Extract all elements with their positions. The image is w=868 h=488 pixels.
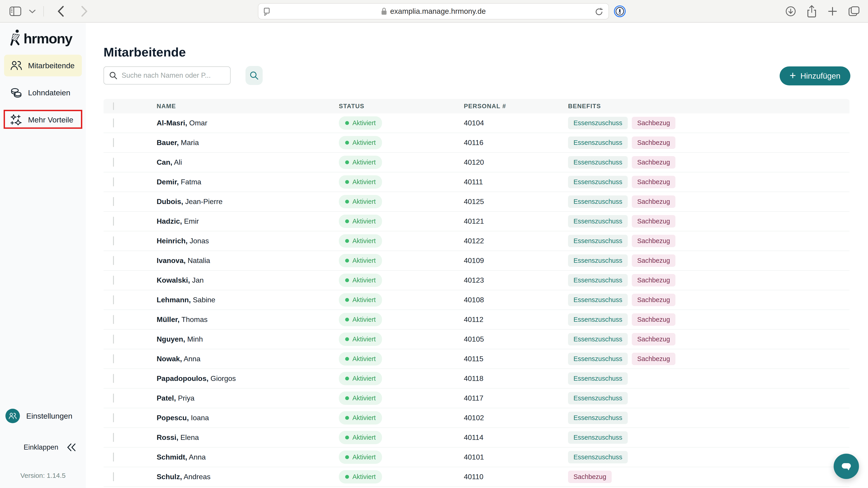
row-checkbox[interactable] bbox=[113, 315, 114, 324]
table-row[interactable]: Popescu, Ioana Aktiviert 40102 Essenszus… bbox=[103, 408, 849, 428]
sidebar-item-einstellungen[interactable]: Einstellungen bbox=[5, 409, 72, 423]
status-dot-icon bbox=[345, 357, 349, 361]
status-badge: Aktiviert bbox=[339, 293, 382, 306]
benefit-badge: Essenszuschuss bbox=[568, 412, 628, 424]
select-all-checkbox[interactable] bbox=[113, 102, 114, 110]
benefit-badge: Essenszuschuss bbox=[568, 431, 628, 444]
status-badge: Aktiviert bbox=[339, 116, 382, 130]
version-text: Version: 1.14.5 bbox=[0, 472, 86, 480]
table-row[interactable]: Nguyen, Minh Aktiviert 40105 Essenszusch… bbox=[103, 330, 849, 349]
row-checkbox[interactable] bbox=[113, 394, 114, 402]
reload-icon[interactable] bbox=[594, 7, 603, 16]
row-checkbox[interactable] bbox=[113, 197, 114, 206]
table-row[interactable]: Dubois, Jean-Pierre Aktiviert 40125 Esse… bbox=[103, 192, 849, 212]
status-badge: Aktiviert bbox=[339, 431, 382, 444]
tabs-overview-icon[interactable] bbox=[848, 6, 860, 17]
table-row[interactable]: Rossi, Elena Aktiviert 40114 Essenszusch… bbox=[103, 428, 849, 448]
employee-last-name: Can, bbox=[157, 158, 172, 166]
row-checkbox[interactable] bbox=[113, 374, 114, 383]
table-row[interactable]: Bauer, Maria Aktiviert 40116 Essenszusch… bbox=[103, 133, 849, 153]
table-row[interactable]: Hadzic, Emir Aktiviert 40121 Essenszusch… bbox=[103, 212, 849, 231]
chat-widget-button[interactable] bbox=[834, 454, 859, 479]
status-badge: Aktiviert bbox=[339, 234, 382, 248]
sidebar-item-mehr-vorteile[interactable]: Mehr Vorteile bbox=[4, 109, 82, 131]
row-checkbox[interactable] bbox=[113, 335, 114, 344]
table-row[interactable]: Ivanova, Natalia Aktiviert 40109 Essensz… bbox=[103, 251, 849, 271]
personal-number: 40118 bbox=[464, 375, 568, 383]
row-checkbox[interactable] bbox=[113, 138, 114, 147]
benefits-cell: Essenszuschuss bbox=[568, 431, 849, 444]
add-employee-button[interactable]: + Hinzufügen bbox=[780, 66, 850, 86]
benefit-badge: Essenszuschuss bbox=[568, 333, 628, 346]
employee-last-name: Lehmann, bbox=[157, 296, 191, 304]
onepassword-icon[interactable] bbox=[614, 5, 626, 17]
employee-name: Can, Ali bbox=[157, 158, 339, 166]
benefit-badge: Essenszuschuss bbox=[568, 235, 628, 247]
row-checkbox[interactable] bbox=[113, 256, 114, 265]
downloads-icon[interactable] bbox=[785, 6, 796, 17]
personal-number: 40108 bbox=[464, 296, 568, 304]
back-icon[interactable] bbox=[57, 6, 64, 17]
personal-number: 40114 bbox=[464, 433, 568, 442]
new-tab-icon[interactable] bbox=[827, 6, 838, 17]
table-row[interactable]: Can, Ali Aktiviert 40120 EssenszuschussS… bbox=[103, 153, 849, 172]
benefit-badge: Essenszuschuss bbox=[568, 136, 628, 149]
table-row[interactable]: Schulz, Andreas Aktiviert 40110 Sachbezu… bbox=[103, 467, 849, 487]
row-checkbox[interactable] bbox=[113, 177, 114, 186]
toolbar-divider bbox=[43, 6, 44, 17]
benefits-cell: EssenszuschussSachbezug bbox=[568, 333, 849, 346]
benefit-badge: Sachbezug bbox=[632, 313, 675, 326]
sidebar-toggle-icon[interactable] bbox=[9, 6, 21, 16]
status-dot-icon bbox=[345, 141, 349, 144]
row-checkbox[interactable] bbox=[113, 413, 114, 422]
row-checkbox[interactable] bbox=[113, 275, 114, 285]
table-row[interactable]: Kowalski, Jan Aktiviert 40123 Essenszusc… bbox=[103, 271, 849, 290]
table-row[interactable]: Papadopoulos, Giorgos Aktiviert 40118 Es… bbox=[103, 369, 849, 389]
chevron-down-icon[interactable] bbox=[29, 9, 36, 13]
benefit-badge: Essenszuschuss bbox=[568, 372, 628, 385]
share-icon[interactable] bbox=[807, 5, 817, 18]
row-checkbox[interactable] bbox=[113, 236, 114, 246]
table-row[interactable]: Heinrich, Jonas Aktiviert 40122 Essenszu… bbox=[103, 231, 849, 251]
sidebar-item-mitarbeitende[interactable]: Mitarbeitende bbox=[4, 55, 82, 76]
benefit-badge: Essenszuschuss bbox=[568, 195, 628, 208]
row-checkbox[interactable] bbox=[113, 158, 114, 167]
row-checkbox[interactable] bbox=[113, 472, 114, 481]
row-checkbox[interactable] bbox=[113, 453, 114, 462]
status-badge-label: Aktiviert bbox=[352, 276, 376, 284]
employee-first-name: Sabine bbox=[191, 296, 215, 304]
employee-name: Al-Masri, Omar bbox=[157, 119, 339, 127]
sidebar-item-lohndateien[interactable]: Lohndateien bbox=[4, 82, 82, 103]
row-checkbox[interactable] bbox=[113, 295, 114, 304]
forward-icon[interactable] bbox=[81, 6, 88, 17]
benefits-cell: Essenszuschuss bbox=[568, 412, 849, 424]
row-checkbox[interactable] bbox=[113, 354, 114, 363]
table-row[interactable]: Patel, Priya Aktiviert 40117 Essenszusch… bbox=[103, 389, 849, 408]
table-row[interactable]: Schmidt, Anna Aktiviert 40101 Essenszusc… bbox=[103, 448, 849, 467]
table-row[interactable]: Nowak, Anna Aktiviert 40115 Essenszuschu… bbox=[103, 349, 849, 369]
page-title: Mitarbeitende bbox=[103, 45, 186, 59]
employee-last-name: Nowak, bbox=[157, 355, 182, 363]
status-badge-label: Aktiviert bbox=[352, 434, 376, 441]
app-logo: hrmony bbox=[9, 29, 72, 46]
table-row[interactable]: Al-Masri, Omar Aktiviert 40104 Essenszus… bbox=[103, 113, 849, 133]
benefit-badge: Essenszuschuss bbox=[568, 215, 628, 228]
benefit-badge: Sachbezug bbox=[632, 353, 675, 365]
search-input[interactable] bbox=[103, 66, 230, 85]
table-row[interactable]: Lehmann, Sabine Aktiviert 40108 Essenszu… bbox=[103, 290, 849, 310]
status-dot-icon bbox=[345, 377, 349, 381]
table-row[interactable]: Müller, Thomas Aktiviert 40112 Essenszus… bbox=[103, 310, 849, 330]
employee-last-name: Müller, bbox=[157, 315, 180, 324]
table-row[interactable]: Demir, Fatma Aktiviert 40111 Essenszusch… bbox=[103, 172, 849, 192]
row-checkbox[interactable] bbox=[113, 217, 114, 226]
employee-name: Nowak, Anna bbox=[157, 355, 339, 363]
row-checkbox[interactable] bbox=[113, 119, 114, 127]
employee-first-name: Omar bbox=[187, 119, 207, 127]
status-badge-label: Aktiviert bbox=[352, 257, 376, 264]
url-bar[interactable]: examplia.manage.hrmony.de bbox=[258, 3, 609, 20]
row-checkbox[interactable] bbox=[113, 433, 114, 442]
search-button[interactable] bbox=[246, 66, 263, 85]
lock-icon bbox=[381, 7, 387, 15]
employee-table: NAME STATUS PERSONAL # BENEFITS Al-Masri… bbox=[103, 99, 849, 487]
collapse-sidebar-button[interactable]: Einklappen bbox=[0, 441, 76, 454]
